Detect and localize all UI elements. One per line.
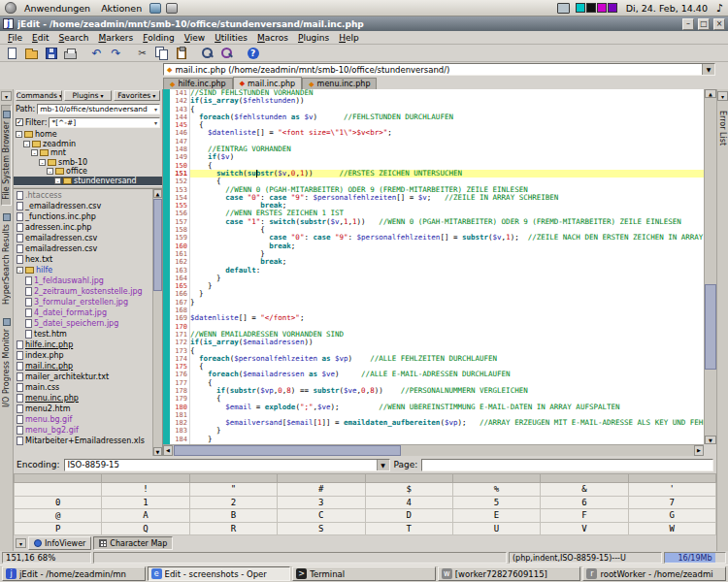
tree-expander-icon[interactable]: - (17, 267, 23, 274)
charmap-cell[interactable]: P (15, 522, 102, 534)
dropdown-arrow-icon[interactable]: ▾ (154, 106, 157, 113)
file-item-2-zeitraum-kostenstelle-jpg[interactable]: 2_zeitraum_kostenstelle.jpg (14, 286, 152, 297)
charmap-cell[interactable]: R (189, 522, 277, 534)
dock-menu-icon[interactable]: ▾ (16, 538, 26, 548)
dock-menu-icon[interactable]: ▾ (717, 91, 728, 101)
workspace-switcher[interactable] (575, 3, 617, 13)
file-item-test-htm[interactable]: test.htm (14, 329, 152, 340)
filter-input[interactable]: *[^-#] ▾ (49, 117, 160, 128)
dock-tab-i-o-progress-monitor[interactable]: I/O Progress Monitor (1, 312, 12, 413)
charmap-cell[interactable]: & (541, 483, 628, 496)
paste-button[interactable] (172, 45, 190, 61)
maximize-button[interactable]: □ (698, 18, 710, 30)
tree-node-zeadmin[interactable]: -zeadmin (14, 140, 162, 149)
volume-icon[interactable]: ♪ (716, 3, 723, 14)
buffer-tab-mail-inc-php[interactable]: ◆mail.inc.php (233, 77, 303, 89)
charmap-cell[interactable]: # (278, 483, 365, 496)
display-icon[interactable] (557, 3, 570, 14)
charmap-cell[interactable]: G (628, 509, 715, 522)
tree-expander-icon[interactable]: - (16, 131, 22, 138)
window-titlebar[interactable]: j jEdit - /home/zeadmin/mnt/smb-10/offic… (0, 16, 728, 31)
scroll-up-icon[interactable]: ▲ (153, 189, 162, 198)
path-combo[interactable]: mb-10/office/stundenversand ▾ (37, 104, 160, 114)
charmap-cell[interactable]: % (452, 483, 540, 496)
workspace-3-icon[interactable] (597, 3, 607, 13)
file-item-main-css[interactable]: main.css (14, 382, 152, 393)
buffer-switcher[interactable]: ◆ mail.inc.php (/home/zeadmin/mnt/smb-10… (163, 63, 715, 76)
menu-search[interactable]: Search (54, 32, 94, 44)
find-button[interactable] (198, 45, 216, 61)
tree-expander-icon[interactable]: - (47, 168, 53, 175)
file-item-index-php[interactable]: index.php (14, 350, 152, 361)
scrollbar-thumb[interactable] (174, 445, 401, 456)
charmap-cell[interactable]: 5 (452, 496, 540, 508)
text-area[interactable]: //SIND FEHLSTUNDEN VORHANDENif(is_array(… (190, 89, 704, 444)
file-item-3-formular-erstellen-jpg[interactable]: 3_formular_erstellen.jpg (14, 297, 152, 307)
file-item-hex-txt[interactable]: hex.txt (14, 254, 152, 265)
workspace-2-icon[interactable] (586, 3, 596, 13)
file-list-scrollbar[interactable]: ▲ ▼ (152, 189, 162, 456)
file-item-htaccess[interactable]: .htaccess (14, 190, 152, 201)
save-button[interactable] (42, 45, 60, 61)
dropdown-arrow-icon[interactable]: ▼ (377, 460, 389, 470)
charmap-cell[interactable]: @ (15, 509, 102, 522)
file-item-menu-bg-gif[interactable]: menu.bg.gif (14, 414, 152, 425)
undo-button[interactable] (87, 45, 106, 61)
vertical-scrollbar[interactable]: ▲ ▼ (704, 89, 716, 444)
horizontal-scrollbar[interactable]: ◀ ▶ (163, 444, 704, 456)
buffer-tab-hilfe-inc-php[interactable]: ◆hilfe.inc.php (163, 78, 233, 89)
file-item-mail-inc-php[interactable]: mail.inc.php (14, 361, 152, 372)
memory-status[interactable]: 16/19Mb (664, 552, 726, 564)
file-item-emailadressen-csv[interactable]: emailadressen.csv (14, 233, 152, 243)
file-item-4-datei-format-jpg[interactable]: 4_datei_format.jpg (14, 307, 152, 318)
charmap-cell[interactable]: 1 (102, 496, 189, 508)
file-item-emailadressen-csv[interactable]: emailadressen.csv (14, 243, 152, 254)
charmap-cell[interactable]: W (628, 522, 715, 534)
menu-markers[interactable]: Markers (93, 32, 138, 44)
buffer-mode-status[interactable]: (php,indent,ISO-8859-15)---U (509, 552, 662, 564)
charmap-cell[interactable]: 4 (365, 496, 452, 508)
dock-tab-error-list[interactable]: Error List (717, 105, 728, 151)
dock-tab-hypersearch-results[interactable]: HyperSearch Results (1, 208, 12, 310)
workspace-4-icon[interactable] (608, 3, 617, 13)
tree-node-smb-10[interactable]: -smb-10 (14, 158, 162, 168)
file-item-hilfe[interactable]: -hilfe (14, 265, 152, 275)
tree-node-mnt[interactable]: -mnt (14, 148, 162, 158)
menu-edit[interactable]: Edit (27, 32, 53, 44)
file-item-5-datei-speichern-jpg[interactable]: 5_datei_speichern.jpg (14, 318, 152, 329)
encoding-select[interactable]: ISO-8859-15 ▼ (64, 459, 390, 471)
charmap-cell[interactable]: 6 (541, 496, 628, 508)
tree-expander-icon[interactable]: - (31, 149, 38, 156)
charmap-cell[interactable]: C (278, 509, 365, 522)
scroll-up-icon[interactable]: ▲ (705, 89, 716, 98)
charmap-cell[interactable] (15, 483, 102, 496)
tree-expander-icon[interactable]: - (39, 159, 46, 166)
menu-plugins[interactable]: Plugins (293, 32, 334, 44)
panel-menu-aktionen[interactable]: Aktionen (98, 3, 145, 14)
charmap-cell[interactable]: B (189, 509, 277, 522)
file-item-hilfe-inc-php[interactable]: hilfe.inc.php (14, 340, 152, 350)
dock-tab-file-system-browser[interactable]: File System Browser (1, 105, 12, 206)
charmap-cell[interactable]: 0 (15, 496, 102, 508)
charmap-cell[interactable]: 7 (628, 496, 715, 508)
plugins-button[interactable]: Plugins▾ (64, 90, 111, 101)
filter-checkbox[interactable]: ✓ (16, 118, 23, 126)
gnome-menu-icon[interactable] (5, 2, 17, 14)
scroll-down-icon[interactable]: ▼ (705, 436, 716, 444)
taskbar-window-terminal[interactable]: >Terminal (292, 566, 436, 581)
taskbar-window-edit-screenshots-oper[interactable]: eEdit - screenshots - Oper (148, 566, 291, 581)
scroll-right-icon[interactable]: ▶ (694, 445, 704, 456)
taskbar-window-jedit-home-zeadmin-mn[interactable]: jjEdit - /home/zeadmin/mn (2, 566, 146, 581)
buffer-tab-menu-inc-php[interactable]: ◆menu.inc.php (302, 78, 377, 89)
tree-node-office[interactable]: -office (14, 167, 162, 177)
close-button[interactable]: × (713, 18, 725, 30)
taskbar-window-rootworker-home-zeadmi[interactable]: rrootWorker - /home/zeadmi (582, 566, 726, 581)
tree-expander-icon[interactable]: - (23, 141, 30, 147)
browser-launcher-icon[interactable] (149, 3, 161, 14)
tree-expander-icon[interactable]: - (54, 178, 61, 184)
screenshot-launcher-icon[interactable] (166, 3, 178, 14)
find-replace-button[interactable] (217, 45, 236, 61)
charmap-cell[interactable]: V (541, 522, 628, 534)
menu-view[interactable]: View (180, 32, 210, 44)
menu-file[interactable]: File (3, 32, 27, 44)
